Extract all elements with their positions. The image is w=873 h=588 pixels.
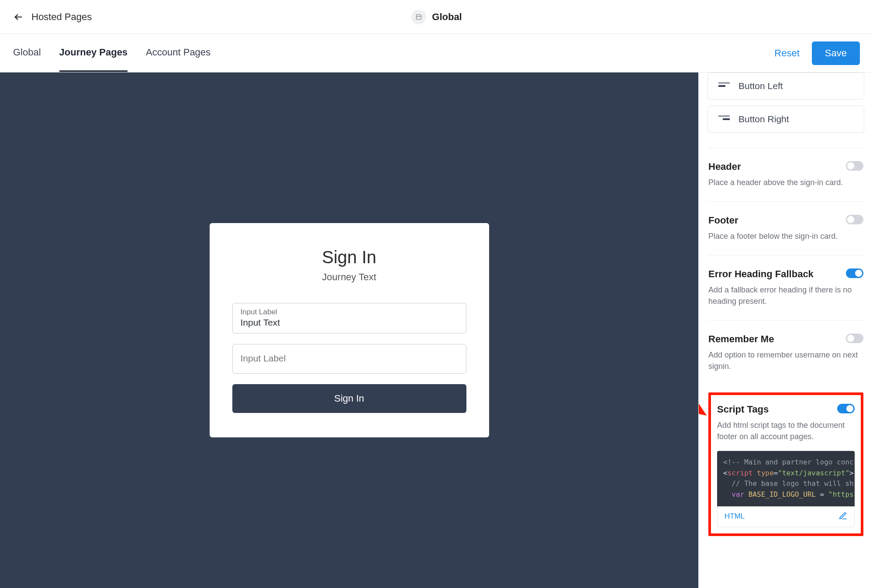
arrow-left-icon [14,12,23,22]
section-error-title: Error Heading Fallback [708,268,814,280]
section-remember-me: Remember Me Add option to remember usern… [707,320,864,385]
script-code-preview: <!-- Main and partner logo conc <script … [717,451,855,506]
tab-global[interactable]: Global [13,34,41,72]
section-remember-title: Remember Me [708,334,774,345]
scope-indicator: Global [411,10,462,24]
option-button-right-label: Button Right [738,114,789,124]
preview-canvas: Sign In Journey Text Input Label Input T… [0,72,698,588]
page-title: Hosted Pages [31,11,92,23]
edit-script-button[interactable] [838,512,847,522]
svg-rect-1 [416,14,421,19]
section-script-desc: Add html script tags to the document foo… [717,420,855,442]
align-right-icon [718,115,730,123]
section-header-title: Header [708,161,741,172]
scope-label: Global [432,11,462,23]
save-button[interactable]: Save [812,41,860,65]
back-button[interactable] [12,11,24,23]
toggle-remember-me[interactable] [846,334,863,343]
card-heading: Sign In [232,248,466,267]
signin-button[interactable]: Sign In [232,384,466,413]
card-subheading: Journey Text [232,272,466,283]
tab-journey-pages[interactable]: Journey Pages [59,34,128,72]
input-field-1[interactable]: Input Label Input Text [232,303,466,334]
input-value-1: Input Text [241,317,458,328]
reset-button[interactable]: Reset [774,48,799,59]
code-line-2: <script type="text/javascript"> [723,468,849,479]
script-lang-label: HTML [725,512,745,521]
topbar: Hosted Pages Global [0,0,873,34]
section-script-tags: Script Tags Add html script tags to the … [708,392,863,536]
settings-panel: Button Left Button Right Header Place a … [698,72,873,588]
option-button-right[interactable]: Button Right [707,106,864,133]
toggle-footer[interactable] [846,215,863,224]
option-button-left[interactable]: Button Left [707,72,864,100]
code-line-3: // The base logo that will sh [723,478,849,489]
section-footer-title: Footer [708,215,738,226]
code-line-4: var BASE_ID_LOGO_URL = "https [723,489,849,500]
section-remember-desc: Add option to remember username on next … [708,349,863,372]
toggle-error-heading-fallback[interactable] [846,268,863,278]
tab-account-pages[interactable]: Account Pages [146,34,210,72]
section-footer-desc: Place a footer below the sign-in card. [708,230,863,242]
input-label-1: Input Label [241,308,458,316]
svg-line-4 [698,355,701,412]
scope-icon [411,10,426,24]
toggle-script-tags[interactable] [837,404,855,413]
section-error-heading-fallback: Error Heading Fallback Add a fallback er… [707,255,864,320]
input-field-2[interactable]: Input Label [232,344,466,374]
tab-row: Global Journey Pages Account Pages Reset… [0,34,873,72]
section-footer: Footer Place a footer below the sign-in … [707,201,864,255]
signin-card: Sign In Journey Text Input Label Input T… [210,223,489,437]
script-code-footer: HTML [717,506,855,527]
align-left-icon [718,82,730,90]
section-header: Header Place a header above the sign-in … [707,148,864,201]
section-header-desc: Place a header above the sign-in card. [708,177,863,188]
option-button-left-label: Button Left [738,81,783,91]
section-script-title: Script Tags [717,404,769,415]
toggle-header[interactable] [846,161,863,171]
section-error-desc: Add a fallback error heading if there is… [708,284,863,307]
code-line-1: <!-- Main and partner logo conc [723,458,854,466]
pencil-icon [838,512,847,520]
input-label-2: Input Label [241,349,458,368]
main: Sign In Journey Text Input Label Input T… [0,72,873,588]
section-script-tags-wrapper: Script Tags Add html script tags to the … [707,385,864,549]
